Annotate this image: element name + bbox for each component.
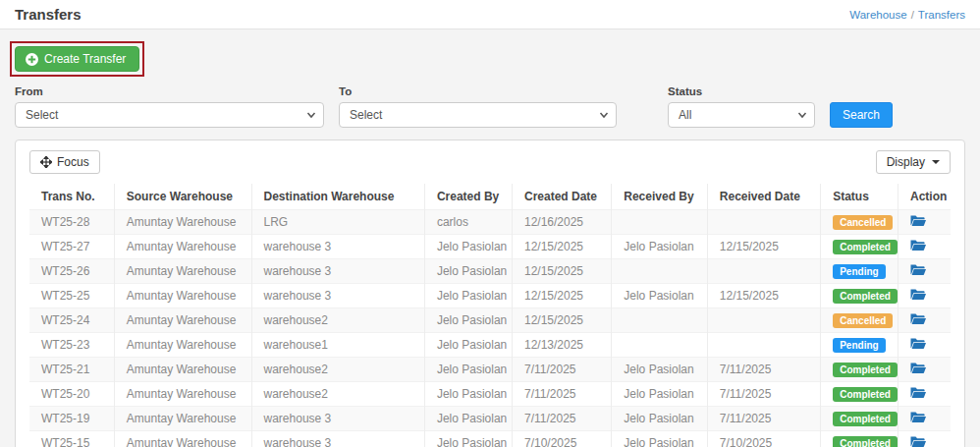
cell-trans-no: WT25-21 (29, 358, 114, 382)
cell-received-by: Jelo Pasiolan (612, 431, 708, 447)
cell-destination: warehouse 3 (251, 431, 424, 447)
column-header: Source Warehouse (114, 184, 251, 210)
folder-open-icon (910, 288, 926, 301)
cell-received-date (707, 333, 820, 358)
cell-created-by: Jelo Pasiolan (424, 333, 512, 358)
search-button[interactable]: Search (830, 102, 893, 128)
display-button[interactable]: Display (876, 150, 951, 174)
cell-created-date: 7/10/2025 (512, 431, 611, 447)
view-transfer-button[interactable] (910, 263, 926, 276)
table-row: WT25-27Amuntay Warehousewarehouse 3Jelo … (29, 235, 951, 259)
view-transfer-button[interactable] (910, 411, 926, 423)
view-transfer-button[interactable] (910, 312, 926, 325)
to-select-value: Select (350, 108, 382, 122)
cell-created-by: Jelo Pasiolan (424, 382, 512, 407)
filter-from-label: From (15, 85, 324, 97)
breadcrumb-separator: / (911, 9, 914, 21)
create-transfer-highlight-box: Create Transfer (10, 41, 144, 77)
page-title: Transfers (15, 6, 82, 23)
breadcrumb-link-transfers[interactable]: Transfers (918, 9, 965, 21)
cell-created-by: Jelo Pasiolan (424, 431, 512, 447)
cell-received-date: 12/15/2025 (707, 235, 820, 259)
transfers-card: Focus Display Trans No.Source WarehouseD… (15, 140, 965, 447)
view-transfer-button[interactable] (910, 239, 926, 251)
view-transfer-button[interactable] (910, 386, 926, 399)
cell-created-date: 12/13/2025 (512, 333, 611, 358)
breadcrumb-link-warehouse[interactable]: Warehouse (849, 9, 906, 21)
filter-from: From Select (15, 85, 324, 128)
cell-received-by (612, 210, 708, 235)
view-transfer-button[interactable] (910, 337, 926, 350)
status-badge: Cancelled (833, 215, 893, 230)
focus-button[interactable]: Focus (29, 150, 100, 174)
cell-trans-no: WT25-28 (29, 210, 114, 235)
column-header: Received Date (707, 184, 820, 210)
cell-destination: warehouse2 (251, 358, 424, 382)
move-arrows-icon (40, 156, 52, 168)
table-toolbar: Focus Display (29, 150, 951, 174)
status-badge: Completed (833, 289, 898, 304)
cell-created-by: Jelo Pasiolan (424, 308, 512, 333)
column-header: Trans No. (29, 184, 114, 210)
to-select[interactable]: Select (339, 102, 617, 128)
view-transfer-button[interactable] (910, 435, 926, 447)
cell-source: Amuntay Warehouse (114, 259, 251, 284)
cell-action (898, 407, 951, 431)
cell-trans-no: WT25-25 (29, 284, 114, 308)
folder-open-icon (910, 411, 926, 423)
cell-received-date: 12/15/2025 (707, 284, 820, 308)
view-transfer-button[interactable] (910, 288, 926, 301)
from-select[interactable]: Select (15, 102, 324, 128)
cell-source: Amuntay Warehouse (114, 333, 251, 358)
cell-destination: warehouse2 (251, 382, 424, 407)
column-header: Created Date (512, 184, 611, 210)
status-select[interactable]: All (668, 102, 815, 128)
filter-to-label: To (339, 85, 617, 97)
cell-destination: warehouse 3 (251, 284, 424, 308)
cell-created-date: 12/15/2025 (512, 308, 611, 333)
cell-received-by: Jelo Pasiolan (612, 284, 708, 308)
cell-action (898, 210, 951, 235)
view-transfer-button[interactable] (910, 214, 926, 227)
table-row: WT25-24Amuntay Warehousewarehouse2Jelo P… (29, 308, 951, 333)
cell-destination: LRG (251, 210, 424, 235)
chevron-down-icon (797, 110, 807, 120)
cell-created-date: 7/11/2025 (512, 382, 611, 407)
status-badge: Completed (833, 436, 898, 447)
cell-source: Amuntay Warehouse (114, 235, 251, 259)
cell-source: Amuntay Warehouse (114, 210, 251, 235)
cell-trans-no: WT25-23 (29, 333, 114, 358)
cell-received-by: Jelo Pasiolan (612, 358, 708, 382)
cell-received-by (612, 333, 708, 358)
cell-received-date: 7/11/2025 (707, 358, 820, 382)
cell-trans-no: WT25-19 (29, 407, 114, 431)
cell-status: Completed (821, 407, 898, 431)
column-header: Action (898, 184, 951, 210)
status-badge: Pending (833, 338, 885, 353)
cell-action (898, 333, 951, 358)
table-header-row: Trans No.Source WarehouseDestination War… (29, 184, 951, 210)
create-transfer-button[interactable]: Create Transfer (15, 46, 139, 72)
cell-action (898, 308, 951, 333)
cell-destination: warehouse 3 (251, 407, 424, 431)
filter-row: From Select To Select Status All (15, 85, 965, 128)
filter-to: To Select (339, 85, 617, 128)
cell-received-by (612, 259, 708, 284)
view-transfer-button[interactable] (910, 362, 926, 374)
focus-button-label: Focus (57, 155, 89, 169)
cell-received-date: 7/11/2025 (707, 407, 820, 431)
folder-open-icon (910, 386, 926, 399)
cell-source: Amuntay Warehouse (114, 431, 251, 447)
cell-created-by: Jelo Pasiolan (424, 284, 512, 308)
cell-action (898, 358, 951, 382)
cell-trans-no: WT25-24 (29, 308, 114, 333)
table-row: WT25-21Amuntay Warehousewarehouse2Jelo P… (29, 358, 951, 382)
cell-trans-no: WT25-26 (29, 259, 114, 284)
table-row: WT25-23Amuntay Warehousewarehouse1Jelo P… (29, 333, 951, 358)
cell-received-date (707, 210, 820, 235)
cell-source: Amuntay Warehouse (114, 284, 251, 308)
cell-status: Cancelled (821, 308, 898, 333)
cell-created-by: Jelo Pasiolan (424, 358, 512, 382)
cell-source: Amuntay Warehouse (114, 382, 251, 407)
cell-action (898, 284, 951, 308)
